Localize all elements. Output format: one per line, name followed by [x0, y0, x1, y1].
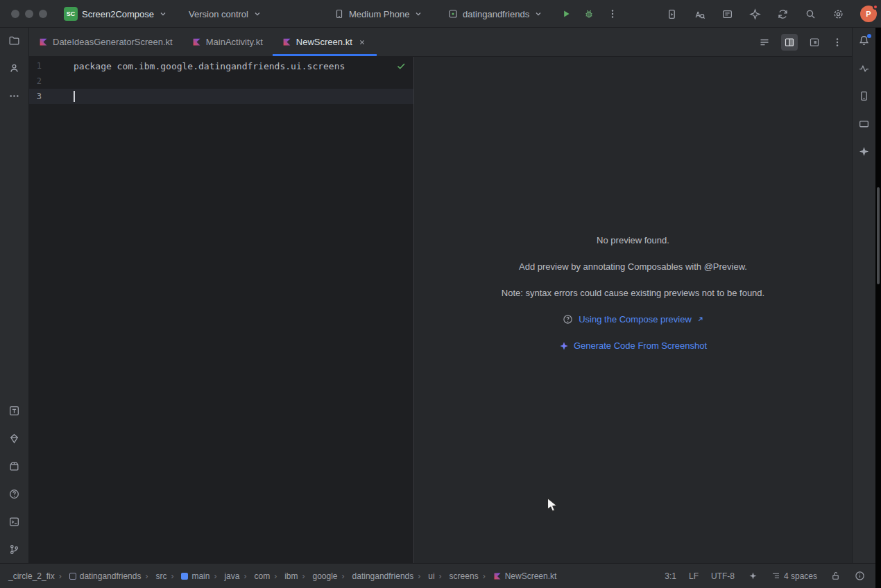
breadcrumb-item[interactable]: google — [300, 571, 339, 581]
caret-position-widget[interactable]: 3:1 — [665, 571, 676, 581]
avatar[interactable]: P — [860, 6, 877, 22]
tab-mainactivity[interactable]: MainActivity.kt — [182, 28, 273, 56]
line-separator-widget[interactable]: LF — [689, 571, 699, 581]
design-view-button[interactable] — [806, 34, 823, 51]
running-devices-tool-button[interactable] — [858, 118, 870, 130]
close-window-button[interactable] — [11, 10, 19, 18]
line-number[interactable]: 2 — [29, 76, 74, 86]
zoom-window-button[interactable] — [39, 10, 47, 18]
sync-project-button[interactable] — [777, 8, 789, 20]
kotlin-icon — [39, 37, 48, 46]
tab-label: DateIdeasGeneratorScreen.kt — [53, 37, 173, 47]
breadcrumb-item[interactable]: datingandfriends — [58, 571, 143, 581]
line-number[interactable]: 3 — [29, 92, 74, 101]
breadcrumb-item[interactable]: java — [212, 571, 241, 581]
scrollbar-thumb[interactable] — [877, 187, 880, 284]
code-editor[interactable]: 1 package com.ibm.google.datingandfriend… — [29, 57, 413, 563]
device-manager-tool-button[interactable] — [858, 90, 870, 102]
running-devices-button[interactable] — [666, 8, 678, 20]
project-tool-button[interactable] — [8, 35, 20, 46]
ai-status-sparkle-icon[interactable] — [747, 570, 759, 582]
device-selector[interactable]: Medium Phone — [330, 0, 425, 28]
check-icon — [395, 60, 407, 71]
code-view-button[interactable] — [756, 34, 773, 51]
syntax-note-message: Note: syntax errors could cause existing… — [502, 287, 764, 299]
line-number[interactable]: 1 — [29, 61, 74, 71]
tab-label: MainActivity.kt — [206, 37, 263, 47]
code-line-2[interactable]: 2 — [29, 74, 413, 89]
breadcrumb-item[interactable]: main — [169, 571, 211, 581]
chevron-down-icon — [253, 10, 262, 19]
minimize-window-button[interactable] — [25, 10, 33, 18]
resource-manager-tool-button[interactable] — [8, 433, 20, 444]
breadcrumb-item[interactable]: com — [242, 571, 271, 581]
avatar-initial: P — [866, 10, 871, 18]
titlebar-right-actions: P — [666, 0, 877, 28]
editor-scrollbar-track[interactable] — [875, 28, 881, 588]
run-configuration-selector[interactable]: datingandfriends — [444, 0, 545, 28]
bug-icon — [583, 8, 595, 20]
status-info-icon[interactable] — [854, 570, 866, 582]
help-tool-button[interactable] — [8, 488, 20, 500]
breadcrumb-item[interactable]: _circle_2_fix — [7, 571, 56, 581]
tab-newscreen[interactable]: NewScreen.kt — [273, 28, 377, 56]
encoding-widget[interactable]: UTF-8 — [711, 571, 735, 581]
terminal-tool-button[interactable] — [8, 516, 20, 528]
module-icon — [69, 573, 76, 580]
tab-dateideasgeneratorscreen[interactable]: DateIdeasGeneratorScreen.kt — [29, 28, 182, 56]
tab-label: NewScreen.kt — [296, 37, 352, 47]
right-tool-window-bar — [852, 28, 875, 563]
editor-view-controls — [756, 28, 852, 56]
breadcrumb-item[interactable]: screens — [438, 571, 480, 581]
tab-options-kebab-icon[interactable] — [831, 36, 843, 48]
run-configuration-label: datingandfriends — [463, 9, 529, 19]
run-button[interactable] — [557, 0, 574, 28]
version-control-tool-button[interactable] — [8, 544, 20, 555]
breadcrumb-item[interactable]: ibm — [273, 571, 299, 581]
profiler-tool-button[interactable] — [858, 62, 870, 74]
breadcrumb-item-file[interactable]: NewScreen.kt — [481, 571, 558, 581]
breadcrumb-item[interactable]: ui — [416, 571, 436, 581]
version-control-label: Version control — [189, 9, 248, 19]
debug-button[interactable] — [580, 0, 597, 28]
settings-button[interactable] — [832, 8, 844, 20]
breadcrumb-item[interactable]: src — [144, 571, 168, 581]
inspect-code-button[interactable] — [694, 8, 705, 20]
notification-dot — [867, 34, 871, 38]
code-text: com.ibm.google.datingandfriends.ui.scree… — [112, 61, 345, 71]
indent-widget[interactable]: 4 spaces — [771, 571, 817, 581]
lock-open-icon[interactable] — [830, 570, 841, 582]
gemini-tool-button[interactable] — [858, 146, 870, 157]
breadcrumb-item[interactable]: datingandfriends — [341, 571, 416, 581]
play-icon — [560, 8, 572, 20]
compose-preview-docs-link[interactable]: Using the Compose preview — [562, 313, 704, 325]
version-control-selector[interactable]: Version control — [186, 0, 264, 28]
avatar-notification-dot — [873, 4, 878, 10]
app-module-icon — [447, 8, 459, 20]
logcat-button[interactable] — [721, 8, 733, 20]
close-tab-icon[interactable] — [357, 37, 367, 47]
left-tool-window-bar — [0, 28, 29, 563]
code-line-1[interactable]: 1 package com.ibm.google.datingandfriend… — [29, 58, 413, 74]
build-tool-button[interactable] — [8, 460, 20, 472]
code-line-3[interactable]: 3 — [29, 89, 413, 104]
collaboration-tool-button[interactable] — [8, 62, 20, 74]
search-button[interactable] — [805, 8, 816, 20]
layout-tool-button[interactable] — [8, 405, 20, 417]
notifications-button[interactable] — [858, 35, 870, 46]
chevron-down-icon — [413, 10, 422, 19]
project-selector[interactable]: SC Screen2Compose — [61, 0, 170, 28]
docs-link-label: Using the Compose preview — [579, 313, 692, 325]
text-caret — [74, 91, 75, 102]
kotlin-icon — [493, 572, 502, 580]
chevron-down-icon — [533, 10, 542, 19]
generate-code-from-screenshot-link[interactable]: Generate Code From Screenshot — [559, 340, 707, 352]
more-tool-windows-button[interactable] — [8, 90, 20, 102]
inspections-status-widget[interactable] — [395, 60, 407, 74]
more-run-actions-button[interactable] — [604, 0, 621, 28]
android-studio-window: SC Screen2Compose Version control Medium… — [0, 0, 881, 588]
project-badge-icon: SC — [64, 7, 78, 21]
source-root-icon — [181, 573, 188, 580]
assistant-button[interactable] — [749, 8, 761, 20]
split-view-button[interactable] — [781, 34, 798, 51]
